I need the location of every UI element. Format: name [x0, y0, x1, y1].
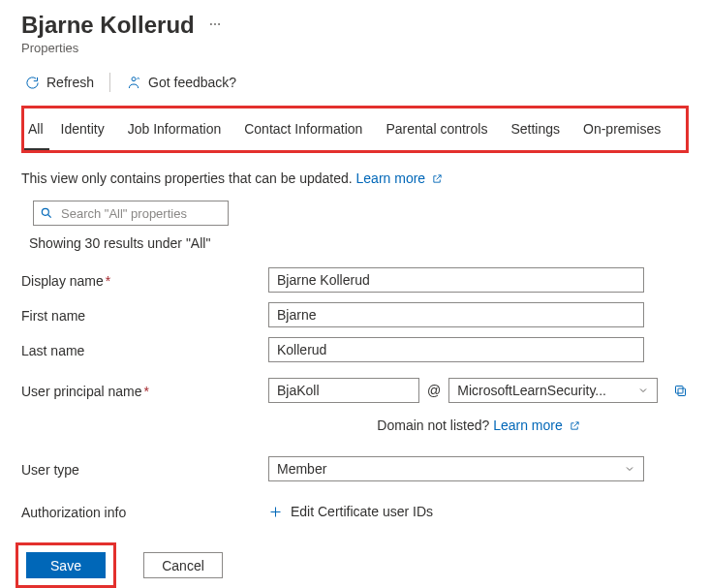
tab-identity[interactable]: Identity — [49, 108, 116, 150]
tab-job-information[interactable]: Job Information — [116, 108, 233, 150]
row-authorization-info: Authorization info Edit Certificate user… — [21, 494, 689, 529]
search-input[interactable] — [59, 205, 222, 222]
row-last-name: Last name — [21, 332, 689, 367]
svg-point-0 — [210, 23, 212, 25]
svg-point-2 — [218, 23, 220, 25]
fields-section: Display name* First name Last name User … — [21, 263, 689, 529]
page-title: Bjarne Kollerud — [21, 12, 195, 39]
save-highlight-box: Save — [15, 542, 116, 588]
upn-local-input[interactable] — [268, 378, 419, 403]
svg-point-1 — [214, 23, 216, 25]
page-header: Bjarne Kollerud — [21, 12, 689, 39]
domain-hint-text: Domain not listed? — [377, 418, 489, 433]
refresh-label: Refresh — [46, 75, 94, 90]
edit-cert-ids-button[interactable]: Edit Certificate user IDs — [268, 504, 433, 519]
copy-icon[interactable] — [673, 384, 688, 398]
required-asterisk: * — [144, 384, 149, 399]
feedback-button[interactable]: Got feedback? — [122, 71, 240, 94]
command-bar: Refresh Got feedback? — [21, 71, 689, 94]
upn-domain-select[interactable]: MicrosoftLearnSecurity... — [448, 378, 658, 403]
toolbar-separator — [109, 73, 110, 92]
tabs-highlight-box: All Identity Job Information Contact Inf… — [21, 106, 689, 153]
row-user-type: User type Member — [21, 451, 689, 486]
tab-settings[interactable]: Settings — [499, 108, 571, 150]
display-name-input[interactable] — [268, 267, 644, 293]
svg-rect-5 — [678, 388, 686, 396]
refresh-icon — [25, 76, 40, 90]
cancel-button[interactable]: Cancel — [143, 552, 223, 578]
footer-actions: Save Cancel — [15, 542, 689, 588]
first-name-label: First name — [21, 306, 268, 324]
row-upn: User principal name* @ MicrosoftLearnSec… — [21, 373, 689, 408]
domain-not-listed: Domain not listed? Learn more — [21, 418, 689, 434]
chevron-down-icon — [624, 463, 635, 475]
save-button[interactable]: Save — [26, 552, 106, 578]
learn-more-label: Learn more — [356, 170, 426, 186]
category-tabs: All Identity Job Information Contact Inf… — [24, 108, 686, 150]
last-name-input[interactable] — [268, 337, 644, 362]
edit-cert-ids-label: Edit Certificate user IDs — [291, 504, 433, 519]
search-input-wrap[interactable] — [33, 201, 229, 226]
learn-more-link[interactable]: Learn more — [356, 170, 443, 186]
page-subtitle: Properties — [21, 41, 689, 55]
upn-at: @ — [427, 383, 441, 398]
properties-page: Bjarne Kollerud Properties Refresh Got f… — [0, 0, 710, 588]
user-type-select[interactable]: Member — [268, 456, 644, 481]
upn-inputs: @ MicrosoftLearnSecurity... — [268, 378, 688, 403]
svg-point-4 — [42, 208, 48, 215]
refresh-button[interactable]: Refresh — [21, 71, 98, 94]
row-first-name: First name — [21, 297, 689, 332]
svg-point-3 — [132, 77, 136, 81]
domain-learn-more-link[interactable]: Learn more — [493, 418, 579, 433]
upn-label: User principal name* — [21, 382, 268, 399]
results-count: Showing 30 results under "All" — [29, 235, 689, 251]
upn-domain-value: MicrosoftLearnSecurity... — [457, 383, 606, 398]
user-type-label: User type — [21, 460, 268, 478]
info-message: This view only contains properties that … — [21, 170, 353, 186]
svg-rect-6 — [676, 386, 684, 393]
first-name-input[interactable] — [268, 302, 644, 327]
tab-all[interactable]: All — [24, 108, 49, 150]
external-link-icon — [570, 418, 580, 434]
feedback-icon — [126, 75, 141, 90]
row-display-name: Display name* — [21, 263, 689, 297]
chevron-down-icon — [637, 385, 649, 396]
feedback-label: Got feedback? — [148, 75, 236, 90]
tab-on-premises[interactable]: On-premises — [571, 108, 672, 150]
display-name-label: Display name* — [21, 271, 268, 289]
external-link-icon — [432, 171, 443, 187]
auth-info-label: Authorization info — [21, 503, 268, 520]
info-text: This view only contains properties that … — [21, 170, 689, 187]
last-name-label: Last name — [21, 341, 268, 358]
tab-parental-controls[interactable]: Parental controls — [374, 108, 499, 150]
plus-icon — [268, 505, 283, 519]
more-icon[interactable] — [208, 12, 226, 31]
tab-contact-information[interactable]: Contact Information — [232, 108, 374, 150]
search-icon — [40, 206, 53, 220]
user-type-value: Member — [277, 461, 326, 477]
required-asterisk: * — [106, 273, 110, 289]
